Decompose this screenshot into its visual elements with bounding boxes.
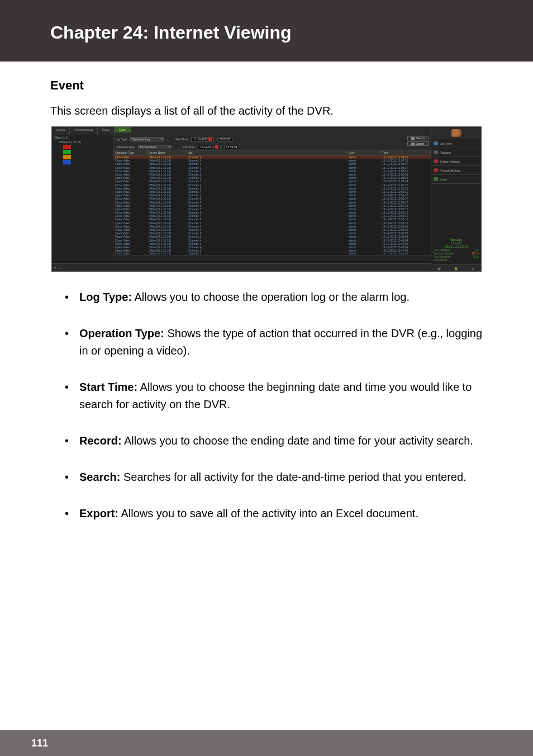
log-cell-dev: Office(10.1.10.13) bbox=[147, 197, 186, 200]
search-icon bbox=[411, 137, 415, 140]
definition-item: Operation Type: Shows the type of action… bbox=[50, 325, 483, 360]
tab-device[interactable]: Device bbox=[52, 127, 70, 135]
log-row[interactable]: Open VideoOffice(10.1.10.13)Channel: 3ad… bbox=[113, 235, 431, 238]
log-row[interactable]: Close VideoOffice(10.1.10.13)Channel: 2a… bbox=[113, 228, 431, 231]
log-row[interactable]: Open VideoOffice(10.1.10.13)Channel: 1ad… bbox=[113, 162, 431, 166]
log-cell-time: 11-19-2012 11:07:29 bbox=[380, 155, 431, 159]
log-row[interactable]: Close VideoOffice(10.1.10.13)Channel: 4a… bbox=[113, 239, 431, 242]
log-row[interactable]: Open VideoOffice(10.1.10.13)Channel: 2ad… bbox=[113, 204, 431, 207]
log-row[interactable]: Close VideoOffice(10.1.10.13)Channel: 1a… bbox=[113, 242, 431, 245]
log-row[interactable]: Open VideoOffice(10.1.10.13)Channel: 3ad… bbox=[113, 207, 431, 211]
log-cell-op: Close Video bbox=[113, 228, 147, 231]
log-cell-user: admin bbox=[347, 159, 380, 162]
log-cell-op: Close Video bbox=[113, 239, 147, 242]
log-table-header: Operation Type Device Name Info. User Ti… bbox=[113, 150, 431, 155]
log-row[interactable]: Open VideoOffice(10.1.10.13)Channel: 4ad… bbox=[113, 245, 431, 249]
log-row[interactable]: Close VideoOffice(10.1.10.13)Channel: 4a… bbox=[113, 214, 431, 218]
log-cell-user: admin bbox=[347, 204, 380, 207]
start-date-input[interactable]: 11-19-2012 bbox=[191, 137, 214, 141]
log-cell-info: Channel: 3 bbox=[186, 235, 347, 238]
log-cell-op: Open Video bbox=[113, 179, 147, 183]
log-row[interactable]: Close VideoOffice(10.1.10.13)Channel: 4a… bbox=[113, 183, 431, 187]
tab-channel-group[interactable]: Channel group bbox=[70, 127, 98, 135]
log-row[interactable]: Open VideoOffice(10.1.10.13)Channel: 4ad… bbox=[113, 190, 431, 193]
log-cell-dev: Office(10.1.10.13) bbox=[147, 242, 186, 245]
search-button[interactable]: Search bbox=[407, 136, 429, 140]
log-row[interactable]: Close VideoOffice(10.1.10.13)Channel: 3a… bbox=[113, 169, 431, 173]
operation-type-select[interactable]: All Operation bbox=[138, 145, 172, 149]
log-cell-dev: Office(10.1.10.13) bbox=[147, 179, 186, 183]
tab-event[interactable]: Event bbox=[115, 127, 131, 133]
log-center-panel: Log Type Operation Log Start Time 11-19-… bbox=[113, 135, 431, 261]
log-cell-user: admin bbox=[347, 169, 380, 173]
chapter-header: Chapter 24: Internet Viewing bbox=[0, 0, 533, 62]
channel-thumb-3[interactable] bbox=[63, 155, 71, 159]
tree-node-dvr[interactable]: Office(10.1.10.13) bbox=[54, 140, 111, 144]
log-cell-dev: Office(10.1.10.13) bbox=[147, 207, 186, 211]
col-user[interactable]: User bbox=[347, 151, 380, 154]
log-cell-time: 11-19-2012 10:53:09 bbox=[380, 228, 431, 231]
calendar-icon[interactable] bbox=[215, 145, 218, 149]
col-operation-type[interactable]: Operation Type bbox=[113, 151, 147, 154]
remove-button[interactable]: − bbox=[65, 266, 66, 270]
end-time-input[interactable]: 23:59:59 bbox=[224, 145, 239, 149]
log-cell-dev: Office(10.1.10.13) bbox=[147, 155, 186, 159]
log-row[interactable]: Open VideoOffice(10.1.10.13)Channel: 2ad… bbox=[113, 176, 431, 179]
log-row[interactable]: Close VideoOffice(10.1.10.13)Channel: 3a… bbox=[113, 225, 431, 228]
log-row[interactable]: Close VideoOffice(10.1.10.13)Channel: 3a… bbox=[113, 252, 431, 254]
log-row[interactable]: Open VideoOffice(10.1.10.13)Channel: 4ad… bbox=[113, 218, 431, 221]
log-cell-dev: Office(10.1.10.13) bbox=[147, 204, 186, 207]
log-cell-info: Channel: 4 bbox=[186, 214, 347, 218]
export-button[interactable]: Export bbox=[407, 141, 429, 146]
log-row[interactable]: Open VideoOffice(10.1.10.13)Channel: 1ad… bbox=[113, 166, 431, 169]
log-row[interactable]: Open VideoOffice(10.1.10.13)Channel: 1ad… bbox=[113, 221, 431, 225]
lock-icon[interactable]: 🔒 bbox=[454, 267, 458, 270]
col-device-name[interactable]: Device Name bbox=[147, 151, 186, 154]
log-cell-op: Close Video bbox=[113, 183, 147, 187]
power-icon[interactable]: ⏻ bbox=[472, 267, 474, 270]
log-row[interactable]: Close VideoOffice(10.1.10.13)Channel: 4a… bbox=[113, 159, 431, 162]
log-cell-op: Open Video bbox=[113, 231, 147, 235]
volume-icon[interactable]: 🔊 bbox=[437, 267, 441, 270]
bottom-toolbar: ⟳ + − bbox=[52, 263, 431, 271]
tab-patrol[interactable]: Patrol bbox=[98, 127, 115, 135]
nav-remote-settings[interactable]: Remote Settings bbox=[431, 166, 481, 175]
log-cell-op: Open Video bbox=[113, 190, 147, 193]
embedded-screenshot: Device Channel group Patrol Event Office… bbox=[51, 126, 482, 272]
start-time-input[interactable]: 00:00:00 bbox=[217, 137, 232, 141]
log-row[interactable]: Close VideoOffice(10.1.10.13)Channel: 1a… bbox=[113, 155, 431, 159]
log-cell-op: Open Video bbox=[113, 218, 147, 221]
refresh-button[interactable]: ⟳ bbox=[54, 266, 56, 270]
col-info[interactable]: Info. bbox=[186, 151, 347, 154]
tree-root-office[interactable]: Office (1/1) bbox=[54, 136, 111, 139]
log-row[interactable]: Close VideoOffice(10.1.10.13)Channel: 2a… bbox=[113, 173, 431, 176]
log-row[interactable]: Close VideoOffice(10.1.10.13)Channel: 2a… bbox=[113, 200, 431, 204]
log-cell-dev: Office(10.1.10.13) bbox=[147, 162, 186, 166]
log-type-label: Log Type bbox=[116, 138, 127, 141]
log-row[interactable]: Close VideoOffice(10.1.10.13)Channel: 1a… bbox=[113, 187, 431, 190]
log-row[interactable]: Open VideoOffice(10.1.10.13)Channel: 1ad… bbox=[113, 193, 431, 197]
channel-thumb-4[interactable] bbox=[63, 160, 71, 164]
log-row[interactable]: Open VideoOffice(10.1.10.13)Channel: 3ad… bbox=[113, 179, 431, 183]
nav-live-view[interactable]: Live View bbox=[431, 139, 481, 148]
log-cell-dev: Office(10.1.10.13) bbox=[147, 211, 186, 214]
calendar-icon[interactable] bbox=[208, 138, 212, 141]
log-row[interactable]: Open VideoOffice(10.1.10.13)Channel: 1ad… bbox=[113, 249, 431, 252]
log-row[interactable]: Open VideoOffice(10.1.10.13)Channel: 2ad… bbox=[113, 231, 431, 235]
log-cell-op: Close Video bbox=[113, 155, 147, 159]
channel-thumb-2[interactable] bbox=[63, 150, 71, 154]
nav-system-settings[interactable]: System Settings bbox=[431, 157, 481, 166]
log-cell-dev: Office(10.1.10.13) bbox=[147, 225, 186, 228]
log-cell-time: 11-19-2012 10:59:19 bbox=[380, 190, 431, 193]
log-cell-op: Open Video bbox=[113, 204, 147, 207]
nav-event[interactable]: Event bbox=[431, 175, 481, 184]
col-time[interactable]: Time bbox=[380, 151, 431, 154]
end-date-input[interactable]: 11-19-2012 bbox=[198, 145, 221, 149]
add-button[interactable]: + bbox=[60, 266, 61, 270]
log-row[interactable]: Close VideoOffice(10.1.10.13)Channel: 3a… bbox=[113, 197, 431, 200]
log-row[interactable]: Close VideoOffice(10.1.10.13)Channel: 1a… bbox=[113, 211, 431, 214]
log-type-select[interactable]: Operation Log bbox=[130, 137, 164, 141]
log-cell-dev: Office(10.1.10.13) bbox=[147, 176, 186, 179]
channel-thumb-1[interactable] bbox=[63, 145, 71, 149]
nav-playback[interactable]: Playback bbox=[431, 148, 481, 157]
